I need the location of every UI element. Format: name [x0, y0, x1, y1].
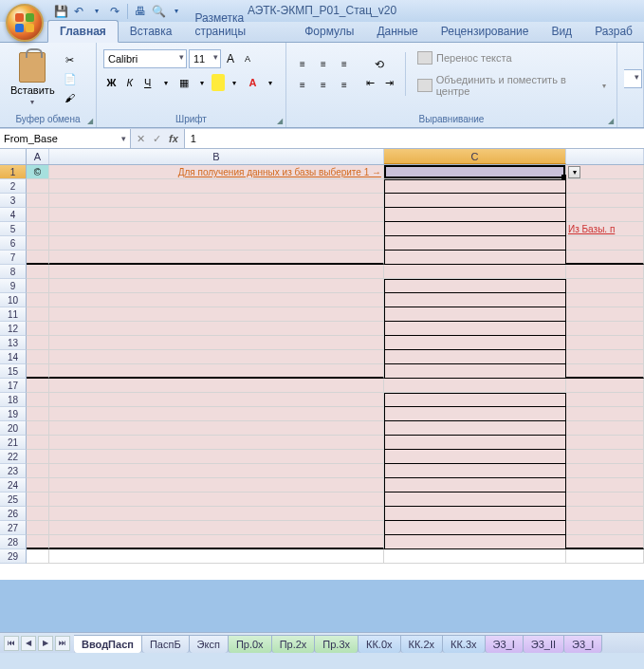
cell[interactable]	[27, 179, 49, 194]
cell[interactable]	[27, 194, 49, 208]
cell[interactable]	[566, 279, 644, 293]
cell[interactable]	[49, 478, 384, 492]
cell[interactable]	[49, 464, 384, 478]
cell[interactable]	[27, 222, 49, 236]
col-header-a[interactable]: A	[27, 149, 49, 164]
cell[interactable]: Из Базы. п	[566, 222, 644, 236]
fill-more-icon[interactable]: ▾	[227, 74, 243, 91]
cell[interactable]	[27, 549, 49, 564]
row-header[interactable]: 14	[0, 350, 27, 364]
cell[interactable]	[384, 251, 566, 265]
cell[interactable]: ©	[27, 165, 49, 179]
fx-icon[interactable]: fx	[169, 133, 178, 144]
row-header[interactable]: 26	[0, 507, 27, 521]
sheet-tab[interactable]: Пр.3х	[314, 635, 359, 653]
row-header[interactable]: 20	[0, 421, 27, 436]
cell[interactable]	[27, 279, 49, 293]
row-header[interactable]: 24	[0, 478, 27, 492]
cell[interactable]	[384, 379, 566, 393]
sheet-tab[interactable]: ПаспБ	[141, 635, 190, 653]
save-icon[interactable]: 💾	[53, 4, 68, 19]
row-header[interactable]: 28	[0, 535, 27, 549]
cancel-icon[interactable]: ✕	[137, 133, 145, 145]
align-top-icon[interactable]: ≡	[293, 54, 312, 73]
cell[interactable]	[49, 293, 384, 307]
cell[interactable]	[566, 251, 644, 265]
select-all-cell[interactable]	[0, 149, 27, 164]
row-header[interactable]: 5	[0, 222, 27, 236]
cell[interactable]	[49, 179, 384, 194]
cell[interactable]	[27, 450, 49, 464]
cell[interactable]	[27, 251, 49, 265]
cell[interactable]	[49, 549, 384, 564]
cell[interactable]	[566, 179, 644, 194]
cell[interactable]	[566, 236, 644, 251]
col-header-d[interactable]	[566, 149, 644, 164]
cell[interactable]	[384, 478, 566, 492]
cell[interactable]	[384, 307, 566, 322]
cell[interactable]	[384, 436, 566, 450]
cell[interactable]	[384, 222, 566, 236]
cell[interactable]	[27, 464, 49, 478]
row-header[interactable]: 19	[0, 407, 27, 421]
cell[interactable]	[384, 535, 566, 549]
format-painter-icon[interactable]: 🖌	[63, 90, 78, 105]
fill-color-icon[interactable]	[212, 74, 224, 91]
decrease-indent-icon[interactable]: ⇤	[361, 74, 378, 91]
cell[interactable]	[566, 265, 644, 279]
underline-more-icon[interactable]: ▾	[157, 74, 174, 91]
col-header-b[interactable]: B	[49, 149, 384, 164]
cell[interactable]	[27, 535, 49, 549]
bold-button[interactable]: Ж	[103, 74, 120, 91]
cell[interactable]	[49, 350, 384, 364]
cell[interactable]	[566, 507, 644, 521]
cell[interactable]	[384, 393, 566, 407]
font-dialog-icon[interactable]: ◢	[277, 117, 283, 125]
cell[interactable]	[384, 421, 566, 436]
cell[interactable]	[27, 421, 49, 436]
tab-home[interactable]: Главная	[47, 20, 119, 43]
cell[interactable]	[49, 436, 384, 450]
cell[interactable]	[384, 549, 566, 564]
cell[interactable]	[27, 379, 49, 393]
cell[interactable]	[49, 535, 384, 549]
tab-developer[interactable]: Разраб	[583, 21, 644, 42]
sheet-tab[interactable]: ВводПасп	[74, 635, 142, 653]
nav-last-icon[interactable]: ⏭	[55, 636, 70, 651]
font-color-more-icon[interactable]: ▾	[263, 74, 279, 91]
sheet-tab[interactable]: Э3_II	[523, 635, 564, 653]
orientation-icon[interactable]: ⟲	[372, 57, 387, 72]
cell[interactable]	[566, 407, 644, 421]
cell[interactable]	[384, 507, 566, 521]
sheet-tab[interactable]: КК.0х	[358, 635, 401, 653]
row-header[interactable]: 25	[0, 492, 27, 507]
sheet-tab[interactable]: Эксп	[189, 635, 229, 653]
quick-print-icon[interactable]: 🖶	[133, 4, 148, 19]
cell[interactable]	[566, 393, 644, 407]
cell[interactable]	[27, 478, 49, 492]
cell[interactable]	[27, 407, 49, 421]
row-header[interactable]: 7	[0, 251, 27, 265]
cell[interactable]	[384, 464, 566, 478]
cell[interactable]	[49, 265, 384, 279]
clipboard-dialog-icon[interactable]: ◢	[87, 117, 93, 125]
cell[interactable]	[384, 279, 566, 293]
row-header[interactable]: 22	[0, 450, 27, 464]
cell[interactable]	[27, 364, 49, 379]
cell[interactable]: Для получения данных из базы выберите 1 …	[49, 165, 384, 179]
cell[interactable]	[384, 179, 566, 194]
cell[interactable]	[27, 265, 49, 279]
cell[interactable]	[49, 279, 384, 293]
shrink-font-icon[interactable]: A	[240, 51, 255, 66]
cell[interactable]	[49, 322, 384, 336]
row-header[interactable]: 1	[0, 165, 27, 179]
cell[interactable]	[384, 492, 566, 507]
row-header[interactable]: 10	[0, 293, 27, 307]
cell[interactable]	[49, 251, 384, 265]
undo-icon[interactable]: ↶	[71, 4, 86, 19]
row-header[interactable]: 2	[0, 179, 27, 194]
font-color-icon[interactable]: A	[245, 74, 261, 91]
cell[interactable]	[566, 421, 644, 436]
cell[interactable]	[27, 436, 49, 450]
nav-first-icon[interactable]: ⏮	[4, 636, 19, 651]
